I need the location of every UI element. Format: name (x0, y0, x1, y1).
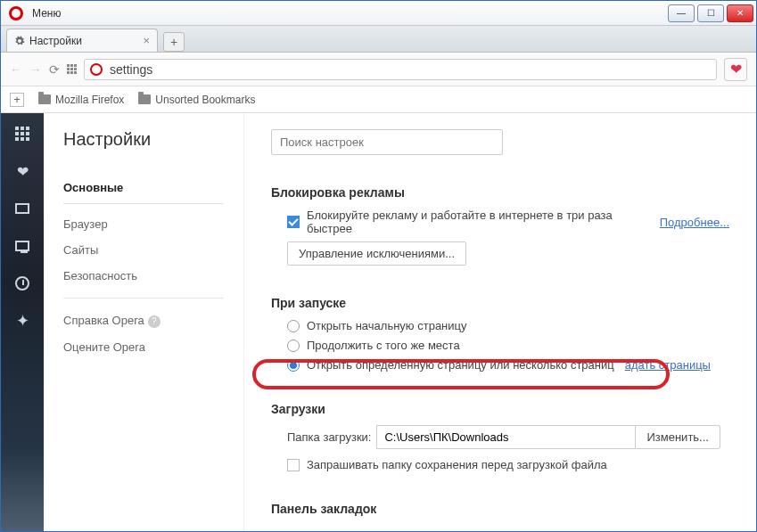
screen-icon (15, 241, 29, 251)
close-button[interactable]: ✕ (727, 4, 753, 22)
window-titlebar: Меню — ☐ ✕ (1, 1, 756, 26)
bookmarks-bar: + Mozilla Firefox Unsorted Bookmarks (1, 86, 756, 113)
rail-history[interactable] (13, 275, 31, 291)
gear-icon (14, 36, 25, 46)
rail-news[interactable] (13, 201, 31, 217)
tab-settings[interactable]: Настройки × (6, 29, 158, 52)
startup-opt-specific: Открыть определенную страницу или нескол… (307, 358, 614, 372)
startup-opt-home: Открыть начальную страницу (307, 319, 467, 332)
section-adblock-heading: Блокировка рекламы (271, 185, 729, 200)
rail-tabs[interactable] (13, 238, 31, 254)
ask-folder-label: Запрашивать папку сохранения перед загру… (307, 458, 607, 471)
reload-button[interactable]: ⟳ (49, 62, 60, 77)
address-field-wrap[interactable] (84, 59, 717, 80)
manage-exceptions-button[interactable]: Управление исключениями... (287, 241, 466, 266)
section-startup-heading: При запуске (271, 296, 729, 310)
new-tab-button[interactable]: + (163, 32, 185, 52)
nav-separator (63, 298, 224, 299)
help-icon: ? (148, 315, 160, 328)
download-folder-input[interactable] (376, 425, 635, 449)
download-folder-label: Папка загрузки: (287, 430, 371, 444)
startup-radio-home[interactable] (287, 320, 300, 332)
startup-radio-specific[interactable] (287, 359, 300, 372)
bookmark-folder[interactable]: Unsorted Bookmarks (138, 94, 255, 106)
section-downloads-heading: Загрузки (271, 402, 729, 416)
settings-content: Блокировка рекламы Блокируйте рекламу и … (244, 113, 756, 532)
bookmark-folder[interactable]: Mozilla Firefox (38, 94, 124, 106)
adblock-more-link[interactable]: Подробнее... (660, 216, 729, 229)
startup-opt-continue: Продолжить с того же места (307, 339, 460, 352)
settings-title: Настройки (63, 129, 224, 150)
address-input[interactable] (110, 62, 711, 77)
nav-browser[interactable]: Браузер (63, 211, 224, 237)
tab-close-icon[interactable]: × (143, 34, 150, 47)
forward-button[interactable]: → (29, 62, 42, 77)
speed-dial-icon[interactable] (67, 64, 77, 74)
add-bookmark-button[interactable]: + (10, 93, 24, 107)
nav-security[interactable]: Безопасность (63, 263, 224, 289)
nav-help-label: Справка Opera (63, 314, 144, 327)
section-bookmarks-panel-heading: Панель закладок (271, 502, 729, 516)
nav-help[interactable]: Справка Opera? (63, 307, 224, 334)
tab-label: Настройки (29, 35, 82, 47)
maximize-button[interactable]: ☐ (697, 4, 724, 22)
settings-sidebar: Настройки Основные Браузер Сайты Безопас… (44, 113, 244, 532)
rail-extensions[interactable]: ✦ (13, 313, 31, 329)
opera-badge-icon (90, 63, 103, 76)
minimize-button[interactable]: — (668, 4, 695, 22)
back-button[interactable]: ← (10, 62, 22, 77)
clock-icon (15, 276, 29, 291)
bookmark-heart-button[interactable]: ❤ (724, 58, 747, 81)
folder-icon (138, 94, 151, 104)
nav-rate[interactable]: Оцените Opera (63, 334, 224, 360)
nav-sites[interactable]: Сайты (63, 237, 224, 263)
address-bar: ← → ⟳ ❤ (1, 53, 756, 86)
nav-basic[interactable]: Основные (63, 175, 224, 204)
opera-logo-icon (9, 6, 23, 20)
vertical-rail: ❤ ✦ (1, 113, 44, 532)
change-folder-button[interactable]: Изменить... (635, 425, 720, 449)
bookmark-label: Unsorted Bookmarks (155, 94, 255, 106)
ask-folder-checkbox[interactable] (287, 459, 300, 471)
bookmark-label: Mozilla Firefox (55, 94, 124, 106)
settings-search-input[interactable] (271, 129, 503, 155)
adblock-checkbox[interactable] (287, 216, 300, 228)
news-icon (15, 203, 29, 214)
rail-bookmarks[interactable]: ❤ (13, 163, 31, 179)
menu-label[interactable]: Меню (32, 7, 61, 20)
startup-radio-continue[interactable] (287, 340, 300, 352)
rail-speed-dial[interactable] (13, 126, 31, 142)
folder-icon (38, 94, 51, 104)
window-controls: — ☐ ✕ (668, 4, 756, 22)
opera-menu-button[interactable] (5, 3, 27, 24)
set-pages-link[interactable]: адать страницы (625, 358, 711, 372)
adblock-checkbox-label: Блокируйте рекламу и работайте в интерне… (307, 209, 653, 235)
tab-strip: Настройки × + (1, 26, 756, 53)
